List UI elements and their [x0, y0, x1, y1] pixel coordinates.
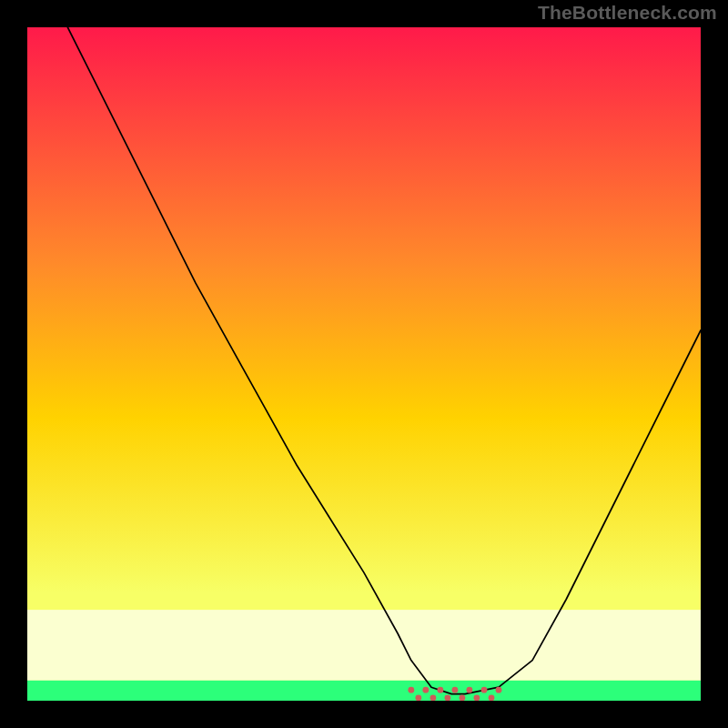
flat-marker-dot	[481, 687, 488, 693]
plot-area	[27, 27, 701, 701]
flat-marker-dot	[422, 687, 429, 693]
flat-marker-dot	[496, 687, 502, 693]
plot-svg	[27, 27, 701, 701]
band-pale-yellow	[27, 610, 701, 681]
watermark-text: TheBottleneck.com	[538, 2, 717, 24]
flat-marker-dot	[452, 687, 459, 693]
chart-stage: TheBottleneck.com	[0, 0, 728, 728]
gradient-background	[27, 27, 701, 701]
flat-marker-dot	[467, 687, 473, 693]
band-green	[27, 681, 701, 701]
flat-marker-dot	[408, 687, 414, 693]
flat-marker-dot	[438, 687, 444, 693]
